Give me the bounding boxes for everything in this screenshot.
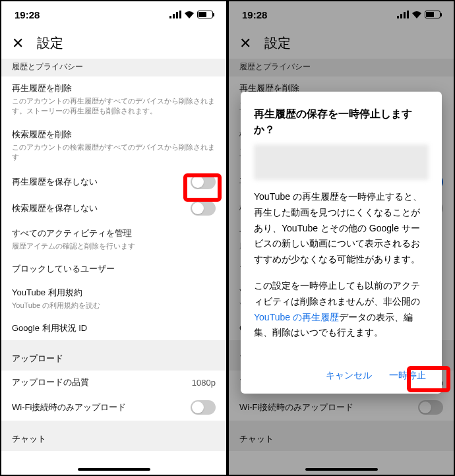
settings-header: ✕ 設定 (1, 28, 226, 59)
pause-search-title: 検索履歴を保存しない (12, 202, 183, 214)
privacy-heading: 履歴とプライバシー (1, 59, 226, 76)
home-indicator[interactable] (78, 468, 150, 471)
dialog-body: YouTube の再生履歴を一時停止すると、再生した動画を見つけにくくなることが… (254, 189, 429, 359)
upload-heading: アップロード (1, 347, 226, 371)
signal-icon (169, 11, 181, 18)
terms-desc: YouTube の利用規約を読む (12, 301, 216, 311)
upload-quality-title: アップロードの品質 (12, 376, 184, 388)
pause-watch-title: 再生履歴を保存しない (12, 176, 183, 188)
clear-search-title: 検索履歴を削除 (12, 129, 216, 140)
status-time: 19:28 (15, 9, 40, 20)
pause-button[interactable]: 一時停止 (386, 366, 429, 386)
svg-rect-0 (169, 16, 171, 18)
terms-title: YouTube 利用規約 (12, 287, 216, 299)
clear-watch-desc: このアカウントの再生履歴がすべてのデバイスから削除されます。ストーリーの再生履歴… (12, 96, 216, 117)
chat-heading: チャット (1, 427, 226, 451)
dialog-p2: この設定を一時停止しても以前のアクティビティは削除されませんが、非公開の You… (254, 278, 429, 341)
home-indicator[interactable] (305, 468, 378, 471)
clear-search-desc: このアカウントの検索履歴がすべてのデバイスから削除されます (12, 142, 216, 163)
screen-content: 履歴とプライバシー 再生履歴を削除 このアカウントの再生履歴がすべてのデバイスか… (1, 59, 226, 451)
clear-search-history-row[interactable]: 検索履歴を削除 このアカウントの検索履歴がすべてのデバイスから削除されます (1, 123, 226, 169)
svg-rect-1 (173, 14, 175, 18)
wifi-upload-title: Wi-Fi接続時のみアップロード (12, 402, 183, 413)
pause-history-dialog: 再生履歴の保存を一時停止しますか？ YouTube の再生履歴を一時停止すると、… (241, 92, 442, 394)
manage-activity-row[interactable]: すべてのアクティビティを管理 履歴アイテムの確認と削除を行います (1, 222, 226, 257)
manage-activity-desc: 履歴アイテムの確認と削除を行います (12, 241, 216, 251)
phone-left: 19:28 ✕ 設定 履歴とプライバシー 再生履歴を削除 このアカウントの再生履… (0, 0, 228, 476)
section-gap (1, 340, 226, 347)
youtube-history-link[interactable]: YouTube の再生履歴 (254, 312, 339, 322)
blocked-users-title: ブロックしているユーザー (12, 263, 216, 275)
svg-rect-2 (176, 12, 178, 18)
pause-watch-history-row: 再生履歴を保存しない (1, 169, 226, 195)
svg-rect-3 (179, 11, 181, 18)
pause-watch-toggle[interactable] (191, 175, 216, 189)
usage-id-row[interactable]: Google 利用状況 ID (1, 316, 226, 340)
status-bar: 19:28 (1, 1, 226, 28)
dialog-p1: YouTube の再生履歴を一時停止すると、再生した動画を見つけにくくなることが… (254, 189, 429, 268)
upload-quality-row[interactable]: アップロードの品質 1080p (1, 371, 226, 394)
usage-id-title: Google 利用状況 ID (12, 322, 216, 334)
blocked-users-row[interactable]: ブロックしているユーザー (1, 257, 226, 281)
status-icons (169, 11, 213, 18)
phone-right: 19:28 ✕ 設定 履歴とプライバシー 再生履歴を削除このアカウントの再生履歴… (228, 0, 455, 476)
clear-watch-history-row[interactable]: 再生履歴を削除 このアカウントの再生履歴がすべてのデバイスから削除されます。スト… (1, 76, 226, 123)
dialog-title: 再生履歴の保存を一時停止しますか？ (254, 106, 429, 138)
cancel-button[interactable]: キャンセル (323, 366, 375, 386)
terms-row[interactable]: YouTube 利用規約 YouTube の利用規約を読む (1, 281, 226, 316)
wifi-upload-toggle[interactable] (191, 400, 216, 415)
close-icon[interactable]: ✕ (12, 36, 24, 51)
dialog-actions: キャンセル 一時停止 (254, 359, 429, 386)
wifi-icon (184, 11, 195, 18)
battery-icon (197, 11, 213, 18)
section-gap-2 (1, 421, 226, 427)
clear-watch-title: 再生履歴を削除 (12, 82, 216, 94)
page-title: 設定 (37, 34, 63, 52)
upload-quality-value: 1080p (192, 378, 216, 388)
pause-search-toggle[interactable] (191, 201, 216, 216)
dialog-redacted (254, 144, 429, 180)
manage-activity-title: すべてのアクティビティを管理 (12, 227, 216, 239)
wifi-upload-row: Wi-Fi接続時のみアップロード (1, 394, 226, 421)
pause-search-history-row: 検索履歴を保存しない (1, 195, 226, 222)
